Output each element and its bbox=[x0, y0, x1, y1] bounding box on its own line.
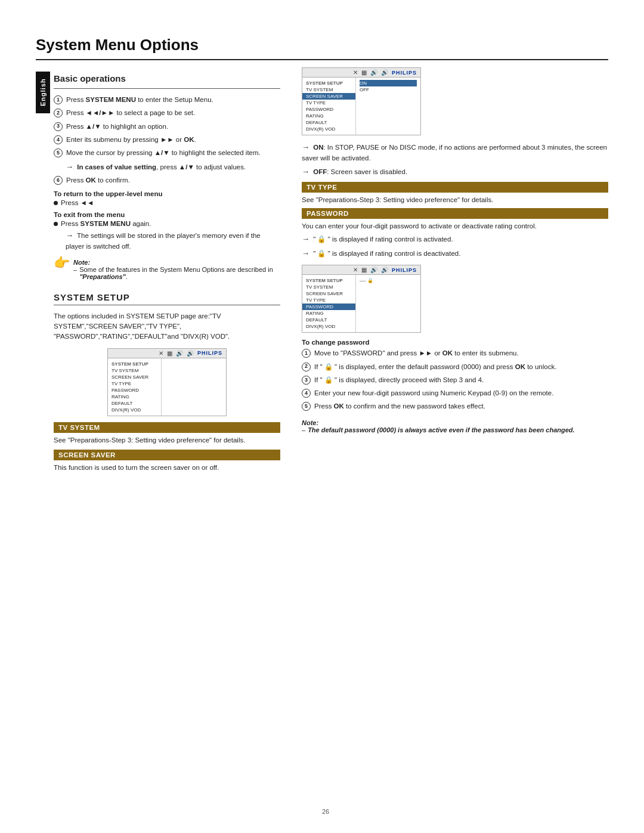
password-arrow-1: → " 🔒 " is displayed if rating control i… bbox=[302, 233, 608, 245]
password-note-title: Note: bbox=[302, 419, 608, 426]
screen-saver-on-arrow: → ON: In STOP, PAUSE or No DISC mode, if… bbox=[302, 141, 608, 163]
tv2-icon-sound: 🔊 bbox=[370, 69, 377, 76]
tv-icon-sound: 🔊 bbox=[176, 350, 183, 357]
basic-operations-section: Basic operations 1 Press SYSTEM MENU to … bbox=[54, 73, 280, 280]
tv-type-bar: TV TYPE bbox=[302, 182, 608, 193]
tv-type-desc: See "Preparations-Step 3: Setting video … bbox=[302, 196, 608, 203]
step-6-num: 6 bbox=[54, 176, 63, 185]
tv2-menu-rating: RATING bbox=[302, 113, 355, 119]
step-4-text: Enter its submenu by pressing ►► or OK. bbox=[66, 135, 196, 145]
change-password-title: To change password bbox=[302, 339, 608, 346]
step-2: 2 Press ◄◄/►► to select a page to be set… bbox=[54, 108, 280, 118]
tv3-menu-default: DEFAULT bbox=[302, 317, 355, 323]
password-arrow-2: → " 🔒 " is displayed if rating control i… bbox=[302, 247, 608, 259]
tv-menu-col-2: SYSTEM SETUP TV SYSTEM SCREEN SAVER TV T… bbox=[302, 78, 356, 135]
step-3: 3 Press ▲/▼ to highlight an option. bbox=[54, 122, 280, 132]
return-bullet-row: Press ◄◄ bbox=[54, 199, 280, 206]
tv-mockup-3-body: SYSTEM SETUP TV SYSTEM SCREEN SAVER TV T… bbox=[302, 275, 420, 332]
pwd-step-4-num: 4 bbox=[302, 389, 311, 398]
pwd-step-1-text: Move to "PASSWORD" and press ►► or OK to… bbox=[314, 348, 519, 358]
settings-stored-text: The settings will be stored in the playe… bbox=[66, 232, 261, 250]
tv-menu-password: PASSWORD bbox=[108, 387, 161, 394]
tv-philips-logo-2: PHILIPS bbox=[392, 70, 417, 76]
tv-menu-divx: DIVX(R) VOD bbox=[108, 407, 161, 413]
page-number: 26 bbox=[322, 808, 329, 815]
tv-menu-col-1: SYSTEM SETUP TV SYSTEM SCREEN SAVER TV T… bbox=[108, 358, 162, 416]
tv3-menu-screen-saver: SCREEN SAVER bbox=[302, 290, 355, 297]
tv3-menu-tv-type: TV TYPE bbox=[302, 297, 355, 304]
basic-operations-title: Basic operations bbox=[54, 73, 280, 83]
english-tab-label: English bbox=[39, 79, 47, 107]
pwd-step-3-num: 3 bbox=[302, 376, 311, 385]
tv2-value-off: OFF bbox=[360, 86, 417, 93]
step-4-num: 4 bbox=[54, 135, 63, 144]
top-rule bbox=[36, 59, 608, 60]
note-dash-text: Some of the features in the System Menu … bbox=[79, 266, 280, 280]
tv2-menu-password: PASSWORD bbox=[302, 106, 355, 113]
tv-philips-logo-3: PHILIPS bbox=[392, 267, 417, 273]
arrow-sym-off: → bbox=[302, 167, 309, 176]
tv-menu-screen-saver: SCREEN SAVER bbox=[108, 374, 161, 380]
tv-system-desc: See "Preparations-Step 3: Setting video … bbox=[54, 436, 280, 444]
step6-list: 6 Press OK to confirm. bbox=[54, 175, 280, 185]
tv-mockup-3-header: ✕ ▦ 🔊 🔊 PHILIPS bbox=[302, 265, 420, 275]
pwd-step-2-text: If " 🔒 " is displayed, enter the default… bbox=[314, 362, 556, 372]
password-arrow-1-text: " 🔒 " is displayed if rating control is … bbox=[313, 236, 453, 243]
exit-bullet-row: Press SYSTEM MENU again. bbox=[54, 220, 280, 227]
tv3-menu-tv-system: TV SYSTEM bbox=[302, 284, 355, 290]
tv3-system-setup-label: SYSTEM SETUP bbox=[302, 277, 355, 284]
right-column: ✕ ▦ 🔊 🔊 PHILIPS SYSTEM SETUP TV SYSTEM S… bbox=[302, 67, 608, 471]
tv-system-bar: TV SYSTEM bbox=[54, 422, 280, 433]
arrow-cases: → In cases of value setting, press ▲/▼ t… bbox=[66, 161, 280, 173]
tv-icon-grid: ▦ bbox=[167, 350, 172, 357]
arrow-sym-1: → bbox=[66, 162, 73, 171]
tv-menu-rating: RATING bbox=[108, 394, 161, 400]
pwd-step-1-num: 1 bbox=[302, 349, 311, 358]
tv3-icon-sound2: 🔊 bbox=[381, 267, 388, 273]
note-dash: – Some of the features in the System Men… bbox=[73, 266, 280, 280]
system-setup-rule bbox=[54, 305, 280, 305]
exit-dot bbox=[54, 222, 58, 226]
tv-value-col-2: ON OFF bbox=[356, 78, 420, 135]
tv-value-col-1 bbox=[162, 358, 226, 416]
tv-value-col-3: ---- 🔒 bbox=[356, 275, 420, 332]
tv-menu-tv-type: TV TYPE bbox=[108, 380, 161, 387]
tv2-icon-grid: ▦ bbox=[361, 69, 367, 76]
step-2-text: Press ◄◄/►► to select a page to be set. bbox=[66, 108, 195, 118]
change-password-list: 1 Move to "PASSWORD" and press ►► or OK … bbox=[302, 348, 608, 411]
page-title: System Menu Options bbox=[36, 36, 608, 54]
step-1-text: Press SYSTEM MENU to enter the Setup Men… bbox=[66, 95, 213, 105]
password-note-dash: – The default password (0000) is always … bbox=[302, 426, 608, 433]
password-arrow-2-text: " 🔒 " is displayed if rating control is … bbox=[313, 250, 460, 257]
arrow-sym-on: → bbox=[302, 143, 309, 151]
screen-saver-off-arrow: → OFF: Screen saver is disabled. bbox=[302, 166, 608, 178]
page: English System Menu Options Basic operat… bbox=[0, 0, 644, 833]
system-setup-section: SYSTEM SETUP The options included in SYS… bbox=[54, 292, 280, 471]
pwd-step-5-text: Press OK to confirm and the new password… bbox=[314, 401, 485, 411]
return-subsection-head: To return to the upper-level menu bbox=[54, 190, 280, 197]
tv2-menu-tv-system: TV SYSTEM bbox=[302, 86, 355, 93]
tv-mockup-2-body: SYSTEM SETUP TV SYSTEM SCREEN SAVER TV T… bbox=[302, 78, 420, 135]
page-number-value: 26 bbox=[322, 808, 329, 815]
basic-operations-list: 1 Press SYSTEM MENU to enter the Setup M… bbox=[54, 95, 280, 158]
pwd-step-4: 4 Enter your new four-digit password usi… bbox=[302, 388, 608, 398]
tv3-value-password: ---- 🔒 bbox=[360, 277, 417, 284]
tv3-menu-divx: DIVX(R) VOD bbox=[302, 323, 355, 330]
password-desc: You can enter your four-digit password t… bbox=[302, 222, 608, 230]
return-text: Press ◄◄ bbox=[61, 199, 94, 206]
screen-saver-bar: SCREEN SAVER bbox=[54, 450, 280, 460]
tv-menu-tv-system: TV SYSTEM bbox=[108, 367, 161, 374]
password-note-block: Note: – The default password (0000) is a… bbox=[302, 419, 608, 433]
tv-mockup-3: ✕ ▦ 🔊 🔊 PHILIPS SYSTEM SETUP TV SYSTEM S… bbox=[302, 265, 421, 333]
step-1-num: 1 bbox=[54, 95, 63, 104]
tv-system-setup-label: SYSTEM SETUP bbox=[108, 361, 161, 367]
return-dot bbox=[54, 201, 58, 205]
basic-operations-rule bbox=[54, 88, 280, 89]
tv-menu-default: DEFAULT bbox=[108, 400, 161, 407]
pwd-step-3: 3 If " 🔒 " is displayed, directly procee… bbox=[302, 375, 608, 385]
tv3-menu-rating: RATING bbox=[302, 310, 355, 317]
left-column: Basic operations 1 Press SYSTEM MENU to … bbox=[54, 67, 280, 471]
step-2-num: 2 bbox=[54, 109, 63, 117]
step-5: 5 Move the cursor by pressing ▲/▼ to hig… bbox=[54, 148, 280, 158]
pwd-step-1: 1 Move to "PASSWORD" and press ►► or OK … bbox=[302, 348, 608, 358]
